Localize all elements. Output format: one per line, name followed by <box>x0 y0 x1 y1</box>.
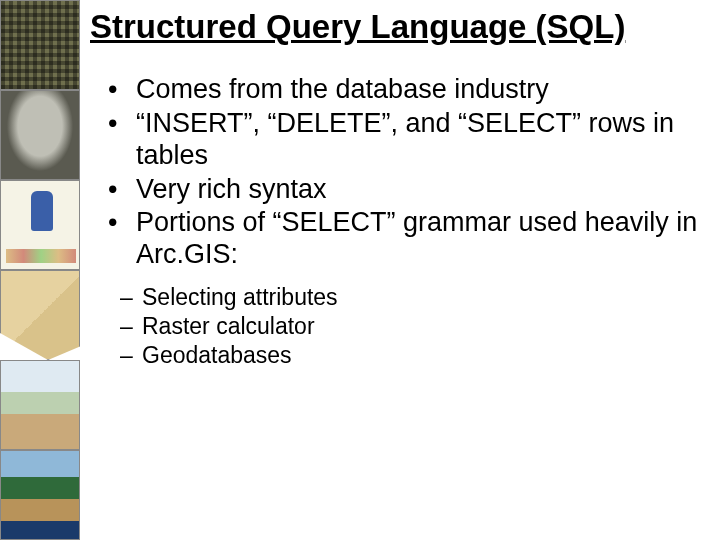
sidebar-thumbnail-strip <box>0 0 80 540</box>
bullet-item: Comes from the database industry <box>108 74 710 106</box>
grid-pattern-thumb <box>0 0 80 90</box>
medieval-map-thumb <box>0 180 80 270</box>
slide-content: Structured Query Language (SQL) Comes fr… <box>90 0 710 369</box>
bullet-item: Portions of “SELECT” grammar used heavil… <box>108 207 710 271</box>
globe-americas-thumb <box>0 450 80 540</box>
slide-title: Structured Query Language (SQL) <box>90 8 710 46</box>
relief-map-thumb <box>0 360 80 450</box>
parchment-map-thumb <box>0 270 80 360</box>
bullet-item: Very rich syntax <box>108 174 710 206</box>
sub-bullet-item: Geodatabases <box>120 341 710 370</box>
sub-bullet-list: Selecting attributes Raster calculator G… <box>90 283 710 369</box>
stone-tablet-thumb <box>0 90 80 180</box>
bullet-list: Comes from the database industry “INSERT… <box>90 74 710 271</box>
sub-bullet-item: Raster calculator <box>120 312 710 341</box>
sub-bullet-item: Selecting attributes <box>120 283 710 312</box>
bullet-item: “INSERT”, “DELETE”, and “SELECT” rows in… <box>108 108 710 172</box>
